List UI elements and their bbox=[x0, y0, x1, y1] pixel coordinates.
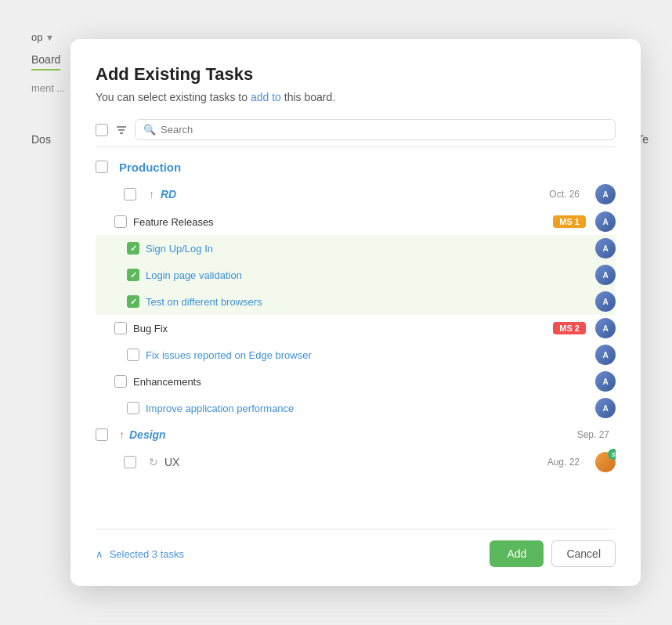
search-icon: 🔍 bbox=[143, 124, 156, 135]
dos-label: Dos bbox=[31, 133, 51, 146]
task-row-enhancements: Enhancements A bbox=[96, 368, 616, 395]
ux-avatar-wrap: 3 bbox=[592, 452, 616, 472]
ms2-badge: MS 2 bbox=[553, 322, 586, 334]
task-row-test-browsers: Test on different browsers A bbox=[96, 288, 616, 315]
edge-fix-name: Fix issues reported on Edge browser bbox=[146, 349, 592, 361]
ms1-badge: MS 1 bbox=[553, 215, 586, 228]
management-item: ment ... bbox=[31, 82, 65, 94]
improve-perf-checkbox[interactable] bbox=[127, 402, 139, 414]
add-existing-tasks-modal: Add Existing Tasks You can select existi… bbox=[70, 39, 641, 586]
test-browsers-avatar: A bbox=[595, 291, 616, 312]
login-validation-checkbox[interactable] bbox=[127, 269, 139, 281]
ux-avatar-badge: 3 bbox=[608, 449, 616, 460]
login-validation-name: Login page validation bbox=[146, 269, 592, 281]
task-row-signup: Sign Up/Log In A bbox=[96, 235, 616, 262]
rd-avatar: A bbox=[595, 184, 616, 204]
task-row-bug-fix: Bug Fix MS 2 A bbox=[96, 315, 616, 341]
edge-fix-checkbox[interactable] bbox=[127, 349, 139, 361]
task-row-feature-releases: Feature Releases MS 1 A bbox=[96, 208, 616, 235]
ux-date: Aug. 22 bbox=[547, 457, 580, 468]
select-all-checkbox[interactable] bbox=[96, 124, 108, 136]
rd-date: Oct. 26 bbox=[549, 189, 580, 200]
app-name: op ▼ bbox=[31, 31, 54, 43]
feature-releases-avatar: A bbox=[595, 211, 616, 232]
modal-title: Add Existing Tasks bbox=[96, 64, 616, 85]
feature-releases-name: Feature Releases bbox=[133, 216, 553, 228]
footer-buttons: Add Cancel bbox=[490, 540, 616, 567]
modal-footer: ∧ Selected 3 tasks Add Cancel bbox=[96, 529, 616, 567]
modal-subtitle: You can select existing tasks to add to … bbox=[96, 91, 616, 103]
search-box[interactable]: 🔍 bbox=[135, 119, 616, 140]
selected-count[interactable]: ∧ Selected 3 tasks bbox=[96, 548, 184, 560]
rd-subsection-header: ↑ RD Oct. 26 A bbox=[96, 180, 616, 208]
test-browsers-name: Test on different browsers bbox=[146, 296, 592, 308]
ux-row: ↻ UX Aug. 22 3 bbox=[96, 448, 616, 476]
improve-perf-name: Improve application performance bbox=[146, 403, 592, 414]
feature-releases-checkbox[interactable] bbox=[114, 215, 127, 228]
cancel-button[interactable]: Cancel bbox=[551, 540, 616, 567]
improve-perf-avatar: A bbox=[595, 398, 616, 418]
add-button[interactable]: Add bbox=[490, 540, 544, 567]
enhancements-name: Enhancements bbox=[133, 376, 592, 388]
bug-fix-name: Bug Fix bbox=[133, 323, 553, 334]
task-row-edge-fix: Fix issues reported on Edge browser A bbox=[96, 341, 616, 368]
chevron-up-icon: ∧ bbox=[96, 548, 103, 560]
ux-loading-icon: ↻ bbox=[149, 456, 158, 468]
rd-checkbox[interactable] bbox=[124, 188, 136, 201]
toolbar: 🔍 bbox=[96, 119, 616, 147]
design-section-header: ↑ Design Sep. 27 bbox=[96, 421, 616, 448]
task-row-login-validation: Login page validation A bbox=[96, 262, 616, 288]
signup-name: Sign Up/Log In bbox=[146, 243, 592, 255]
ux-checkbox[interactable] bbox=[124, 456, 136, 468]
design-date: Sep. 27 bbox=[577, 429, 609, 440]
enhancements-checkbox[interactable] bbox=[114, 375, 127, 388]
production-section-header: Production bbox=[96, 154, 616, 180]
board-tab[interactable]: Board bbox=[31, 53, 60, 70]
edge-fix-avatar: A bbox=[595, 345, 616, 365]
rd-label: RD bbox=[161, 188, 176, 201]
search-input[interactable] bbox=[161, 124, 607, 135]
rd-arrow-icon: ↑ bbox=[149, 188, 154, 201]
bug-fix-checkbox[interactable] bbox=[114, 322, 127, 334]
task-row-improve-perf: Improve application performance A bbox=[96, 395, 616, 421]
ux-label: UX bbox=[164, 456, 179, 468]
bug-fix-avatar: A bbox=[595, 318, 616, 338]
task-list: Production ↑ RD Oct. 26 A Feature Releas… bbox=[96, 154, 616, 526]
design-checkbox[interactable] bbox=[96, 428, 108, 441]
design-arrow-icon: ↑ bbox=[119, 428, 125, 441]
signup-avatar: A bbox=[595, 238, 616, 258]
login-validation-avatar: A bbox=[595, 265, 616, 285]
test-browsers-checkbox[interactable] bbox=[127, 295, 139, 308]
production-checkbox[interactable] bbox=[96, 161, 108, 173]
filter-icon[interactable] bbox=[114, 123, 128, 137]
selected-count-label: Selected 3 tasks bbox=[110, 548, 184, 560]
enhancements-avatar: A bbox=[595, 371, 616, 392]
signup-checkbox[interactable] bbox=[127, 242, 139, 255]
